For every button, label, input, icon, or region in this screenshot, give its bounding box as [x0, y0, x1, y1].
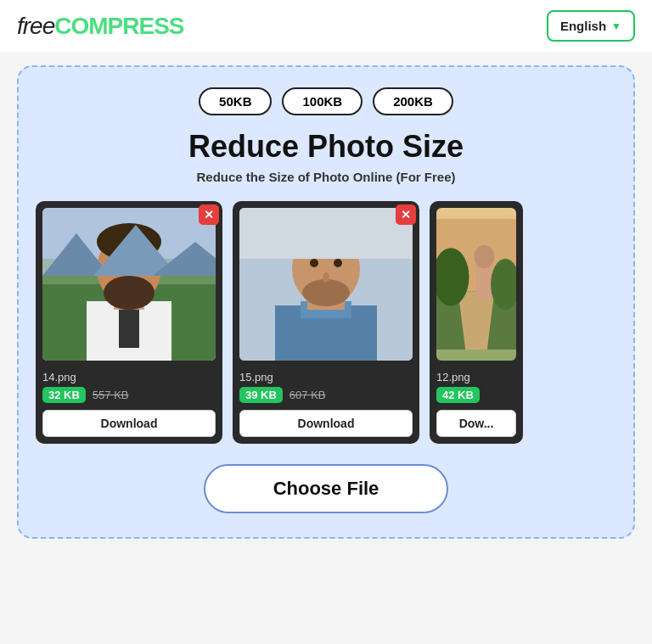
image-preview-1	[42, 208, 216, 361]
main-content: 50KB 100KB 200KB Reduce Photo Size Reduc…	[0, 52, 652, 556]
svg-point-7	[104, 276, 155, 310]
size-preset-50kb[interactable]: 50KB	[199, 87, 272, 115]
logo: freeCOMPRESS	[17, 13, 184, 40]
filename-3: 12.png	[436, 371, 516, 384]
language-selector[interactable]: English ▼	[547, 10, 635, 42]
image-info-1: 14.png 32 KB 557 KB Download	[42, 371, 216, 437]
image-card-1: ✕	[36, 201, 222, 444]
image-info-2: 15.png 39 KB 607 KB Download	[239, 371, 413, 437]
svg-rect-24	[239, 208, 413, 259]
choose-file-button[interactable]: Choose File	[204, 464, 449, 513]
page-title: Reduce Photo Size	[36, 129, 616, 165]
svg-point-20	[302, 279, 350, 306]
main-card: 50KB 100KB 200KB Reduce Photo Size Reduc…	[17, 65, 635, 539]
size-new-3: 42 KB	[436, 387, 480, 403]
size-row-3: 42 KB	[436, 387, 516, 403]
image-card-3: 12.png 42 KB Dow...	[430, 201, 523, 444]
svg-point-21	[310, 259, 318, 267]
page-subtitle: Reduce the Size of Photo Online (For Fre…	[36, 170, 616, 184]
close-button-2[interactable]: ✕	[396, 204, 416, 225]
choose-file-wrapper: Choose File	[36, 464, 616, 513]
images-row: ✕	[36, 201, 616, 444]
chevron-down-icon: ▼	[611, 20, 621, 32]
image-card-2: ✕	[233, 201, 419, 444]
close-button-1[interactable]: ✕	[199, 204, 219, 225]
language-label: English	[560, 19, 606, 33]
size-row-2: 39 KB 607 KB	[239, 387, 413, 403]
header: freeCOMPRESS English ▼	[0, 0, 652, 52]
image-preview-2	[239, 208, 413, 361]
image-preview-3	[436, 208, 516, 361]
size-preset-200kb[interactable]: 200KB	[373, 87, 453, 115]
svg-point-22	[334, 259, 342, 267]
svg-point-23	[323, 272, 329, 283]
size-preset-100kb[interactable]: 100KB	[282, 87, 363, 115]
logo-compress: COMPRESS	[54, 13, 183, 39]
size-new-2: 39 KB	[239, 387, 283, 403]
size-old-1: 557 KB	[93, 389, 129, 401]
size-new-1: 32 KB	[42, 387, 86, 403]
filename-2: 15.png	[239, 371, 413, 384]
filename-1: 14.png	[42, 371, 216, 384]
size-presets: 50KB 100KB 200KB	[36, 87, 616, 115]
download-button-3[interactable]: Dow...	[436, 410, 516, 437]
download-button-1[interactable]: Download	[42, 410, 216, 437]
size-old-2: 607 KB	[289, 389, 326, 401]
image-info-3: 12.png 42 KB Dow...	[436, 371, 516, 437]
logo-free: free	[17, 13, 54, 39]
download-button-2[interactable]: Download	[239, 410, 413, 437]
size-row-1: 32 KB 557 KB	[42, 387, 216, 403]
svg-point-29	[474, 245, 494, 268]
svg-rect-4	[119, 305, 139, 348]
